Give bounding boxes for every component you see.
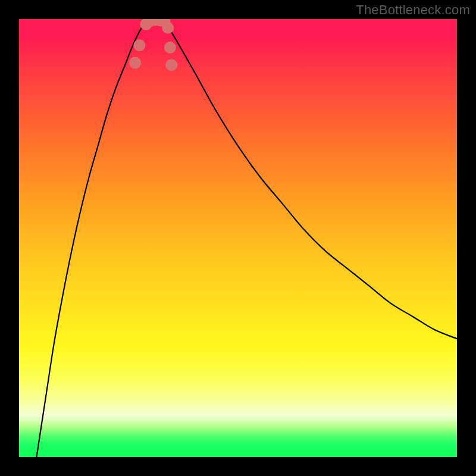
plot-area: [19, 19, 457, 457]
highlight-marker: [129, 57, 141, 69]
highlight-marker: [133, 39, 145, 51]
highlight-marker: [162, 22, 174, 34]
watermark-text: TheBottleneck.com: [356, 2, 470, 18]
highlight-marker: [165, 59, 177, 71]
chart-frame: TheBottleneck.com: [0, 0, 476, 476]
highlight-marker: [164, 42, 176, 54]
marker-layer: [19, 19, 457, 457]
